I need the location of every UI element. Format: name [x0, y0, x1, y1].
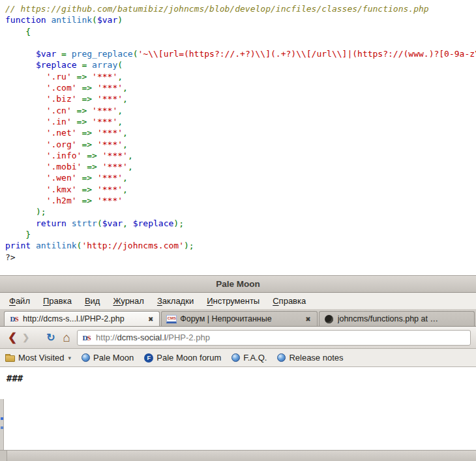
code-line: // https://github.com/batumibiz/johncms/… — [5, 3, 476, 14]
tab-3[interactable]: johncms/functions.php at … — [319, 311, 475, 326]
code-token: , — [123, 173, 128, 183]
code-token: '***' — [92, 106, 117, 115]
url-path: /PHP-2.php — [166, 333, 210, 342]
code-token: $replace — [36, 60, 77, 70]
code-token — [87, 60, 92, 70]
code-token: '.org' — [46, 140, 77, 149]
code-token: '***' — [92, 117, 117, 126]
code-token — [5, 173, 46, 183]
code-token: antilink — [51, 15, 92, 25]
menu-help[interactable]: Справка — [266, 294, 312, 308]
tab-close-icon[interactable]: ✖ — [304, 315, 312, 323]
code-line: '.org' => '***', — [5, 139, 476, 150]
bookmark-release-notes[interactable]: Release notes — [277, 353, 343, 363]
forward-button[interactable]: ❯ — [22, 333, 29, 342]
code-token: $var — [36, 49, 56, 59]
urlbar-favicon-slot: DS — [82, 333, 92, 343]
bookmark-faq[interactable]: F.A.Q. — [231, 353, 267, 363]
code-token: '***' — [97, 83, 123, 93]
code-token: , — [117, 72, 123, 82]
code-token: '.cn' — [46, 106, 72, 115]
bookmark-most-visited[interactable]: Most Visited▾ — [5, 353, 71, 363]
chevron-down-icon: ▾ — [68, 355, 72, 361]
bookmark-label: F.A.Q. — [243, 353, 267, 363]
code-token: , — [123, 94, 128, 104]
code-token — [5, 140, 46, 149]
code-line: '.cn' => '***', — [5, 105, 476, 116]
code-token: '.ru' — [46, 72, 72, 82]
code-token: // https://github.com/batumibiz/johncms/… — [5, 4, 429, 14]
bookmark-label: Most Visited — [18, 353, 65, 363]
bookmark-pale-moon[interactable]: Pale Moon — [82, 353, 134, 363]
bookmark-label: Release notes — [289, 353, 343, 363]
tab-bar: DShttp://dcms-s...l.l/PHP-2.php✖CMSФорум… — [0, 309, 476, 327]
code-token: $replace — [133, 218, 174, 228]
reload-button[interactable]: ↻ — [46, 333, 55, 343]
code-token — [72, 117, 77, 126]
code-token: => — [82, 196, 92, 205]
code-token: } — [25, 230, 31, 239]
code-token — [5, 162, 46, 171]
code-token: , — [128, 162, 133, 171]
bookmarks-toolbar: Most Visited▾Pale MoonFPale Moon forumF.… — [0, 349, 476, 367]
menu-bookmarks[interactable]: Закладки — [151, 294, 200, 308]
tab-title: Форум | Непрочитанные — [180, 314, 301, 323]
code-line: return strtr($var, $replace); — [5, 218, 476, 229]
code-token — [5, 117, 46, 126]
window-titlebar[interactable]: Pale Moon — [0, 275, 476, 293]
code-token: ); — [184, 241, 194, 250]
code-token — [92, 196, 97, 205]
menu-edit[interactable]: Правка — [37, 294, 78, 308]
tab-1[interactable]: DShttp://dcms-s...l.l/PHP-2.php✖ — [4, 311, 160, 326]
code-token: => — [82, 94, 92, 104]
menu-history[interactable]: Журнал — [106, 294, 150, 308]
code-token — [87, 117, 92, 126]
code-line: print antilink('http://johncms.com'); — [5, 240, 476, 251]
code-line: '.info' => '***', — [5, 150, 476, 161]
code-line: ?> — [5, 252, 476, 263]
code-token: '***' — [97, 196, 123, 205]
bookmark-label: Pale Moon — [93, 353, 134, 363]
code-line: { — [5, 26, 476, 37]
code-token — [92, 83, 97, 93]
code-token — [92, 173, 97, 183]
code-token: array — [92, 60, 117, 70]
code-token: , — [123, 185, 128, 194]
globe-icon — [277, 353, 286, 362]
tab-2[interactable]: CMSФорум | Непрочитанные✖ — [161, 311, 317, 326]
github-favicon-icon — [324, 314, 335, 324]
code-token: 'http://johncms.com' — [82, 241, 184, 250]
page-output-text: ### — [7, 373, 23, 383]
code-token: ( — [92, 15, 97, 25]
home-button[interactable]: ⌂ — [63, 331, 70, 344]
code-token: '***' — [97, 140, 123, 149]
menu-tools[interactable]: Инструменты — [200, 294, 266, 308]
back-button[interactable]: ❮ — [8, 332, 17, 343]
code-line: '.kmx' => '***', — [5, 184, 476, 195]
code-token — [92, 94, 97, 104]
bookmark-label: Pale Moon forum — [156, 353, 221, 363]
code-token: => — [77, 117, 87, 126]
code-token: '***' — [97, 185, 123, 194]
code-token — [72, 72, 77, 82]
code-token: , — [123, 140, 128, 149]
tab-close-icon[interactable]: ✖ — [147, 315, 155, 323]
code-token — [97, 162, 102, 171]
menu-file[interactable]: Файл — [3, 294, 37, 308]
code-line: function antilink($var) — [5, 14, 476, 25]
bookmark-pale-moon-forum[interactable]: FPale Moon forum — [144, 353, 221, 363]
code-token: => — [87, 151, 97, 160]
code-line: '.h2m' => '***' — [5, 195, 476, 206]
code-token — [5, 207, 36, 216]
code-token: antilink — [36, 241, 77, 250]
url-bar[interactable]: DS http://dcms-social.l/PHP-2.php — [77, 330, 471, 346]
code-line: } — [5, 229, 476, 240]
menu-view[interactable]: Вид — [78, 294, 107, 308]
code-token — [5, 151, 46, 160]
code-token — [5, 106, 46, 115]
code-token — [31, 241, 36, 250]
code-token — [5, 196, 46, 205]
code-token: '.kmx' — [46, 185, 77, 194]
code-token: ( — [97, 218, 102, 228]
status-bar — [0, 450, 476, 461]
